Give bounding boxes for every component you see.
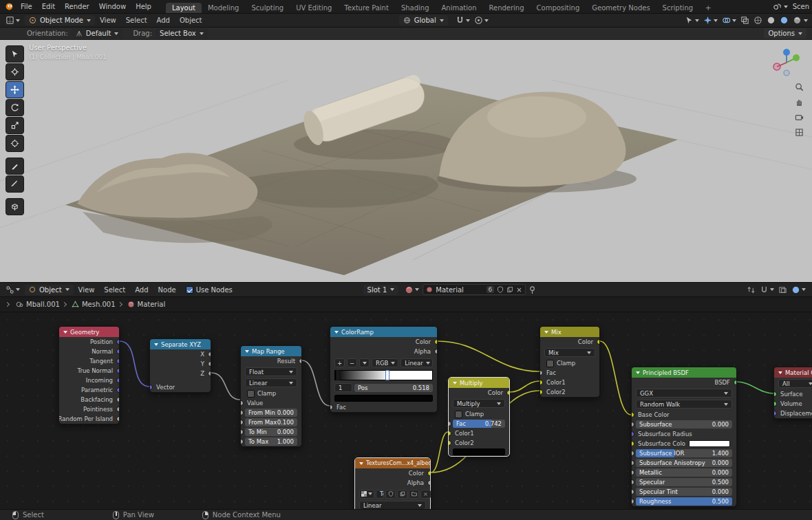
orientation-setting-dropdown[interactable]: Default [72, 28, 123, 39]
node-socket[interactable] [632, 470, 634, 475]
chevron-right-icon[interactable] [5, 302, 10, 307]
node-socket[interactable] [632, 441, 634, 446]
subsurface-ior-slider[interactable]: Subsurface IOR1.400 [636, 449, 732, 457]
menu-view[interactable]: View [74, 286, 100, 294]
snap-magnet-icon[interactable] [758, 284, 776, 295]
ramp-stop-active[interactable] [385, 370, 389, 380]
node-socket[interactable] [632, 460, 634, 466]
node-socket[interactable] [774, 411, 777, 416]
tool-annotate[interactable] [6, 158, 24, 175]
menu-add[interactable]: Add [130, 286, 153, 294]
node-socket[interactable] [774, 401, 777, 407]
scene-name[interactable]: Scen [788, 3, 812, 10]
tool-measure[interactable] [6, 175, 24, 193]
node-socket[interactable] [632, 412, 634, 418]
menu-render[interactable]: Render [60, 3, 94, 10]
output-target-dropdown[interactable]: All [778, 379, 812, 388]
editor-type-button[interactable] [3, 15, 22, 26]
data-type-dropdown[interactable]: Float [245, 367, 297, 376]
node-socket[interactable] [632, 489, 634, 495]
node-socket[interactable] [116, 387, 119, 393]
fac-slider[interactable]: Fac0.742 [453, 420, 505, 428]
transform-orientation-dropdown[interactable]: Global [399, 15, 448, 25]
clamp-checkbox[interactable] [546, 360, 554, 367]
camera-view-icon[interactable] [795, 113, 804, 122]
node-socket[interactable] [449, 431, 451, 436]
node-socket[interactable] [116, 407, 119, 412]
material-name[interactable]: Material [436, 286, 483, 294]
subsurface-method-dropdown[interactable]: Random Walk [636, 400, 732, 409]
menu-help[interactable]: Help [131, 3, 156, 10]
blend-mode-dropdown[interactable]: Multiply [453, 399, 505, 408]
ramp-interpolation-dropdown[interactable]: Linear [400, 358, 433, 367]
shader-type-dropdown[interactable]: Object [25, 285, 74, 295]
tab-geometry-nodes[interactable]: Geometry Nodes [586, 3, 656, 13]
distribution-dropdown[interactable]: GGX [636, 389, 732, 398]
blender-logo-icon[interactable] [3, 1, 16, 12]
subsurface-slider[interactable]: Subsurface0.000 [636, 420, 732, 429]
ramp-options-button[interactable] [359, 358, 370, 367]
shading-wireframe[interactable] [751, 15, 765, 26]
node-socket[interactable] [540, 370, 543, 376]
unlink-x-icon[interactable] [516, 287, 522, 293]
unlink-image-button[interactable] [420, 490, 431, 499]
menu-select[interactable]: Select [121, 17, 152, 24]
scene-icon[interactable] [771, 1, 784, 12]
clamp-checkbox[interactable] [455, 411, 462, 418]
mode-dropdown[interactable]: Object Mode [25, 15, 95, 25]
tab-shading[interactable]: Shading [395, 3, 436, 13]
node-socket[interactable] [299, 358, 301, 364]
node-socket[interactable] [734, 380, 736, 385]
parent-arrows-icon[interactable] [745, 284, 758, 295]
interpolation-dropdown[interactable]: Linear [245, 378, 297, 387]
zoom-icon[interactable] [795, 83, 804, 91]
tab-compositing[interactable]: Compositing [531, 3, 586, 13]
from-max-slider[interactable]: From Max0.100 [245, 418, 297, 426]
tab-rendering[interactable]: Rendering [482, 3, 530, 13]
tool-scale[interactable] [6, 117, 24, 134]
tool-move[interactable] [6, 81, 24, 98]
tab-scripting[interactable]: Scripting [656, 3, 699, 13]
metallic-slider[interactable]: Metallic0.000 [636, 468, 732, 477]
node-socket[interactable] [116, 416, 119, 422]
node-socket[interactable] [427, 480, 430, 486]
navigation-gizmo[interactable] [771, 45, 802, 77]
breadcrumb-mesh[interactable]: Mesh.001 [79, 301, 118, 308]
node-socket[interactable] [150, 384, 153, 390]
proportional-editing-toggle[interactable] [472, 15, 491, 26]
node-principled-bsdf[interactable]: Principled BSDF BSDF GGX Random Walk Bas… [631, 367, 737, 507]
node-socket[interactable] [632, 422, 634, 427]
tab-modeling[interactable]: Modeling [202, 3, 246, 13]
node-socket[interactable] [632, 479, 634, 485]
color-mode-dropdown[interactable]: RGB [372, 358, 398, 367]
shading-material[interactable] [778, 15, 791, 26]
node-socket[interactable] [506, 390, 509, 396]
pin-icon[interactable] [526, 284, 539, 295]
menu-select[interactable]: Select [99, 286, 130, 294]
overlays-toggle[interactable] [720, 15, 738, 26]
options-dropdown[interactable]: Options [764, 28, 806, 39]
node-multiply[interactable]: Multiply Color Multiply Clamp Fac0.742 C… [448, 377, 510, 457]
xray-toggle[interactable] [738, 15, 751, 26]
tool-add-cube[interactable] [6, 198, 24, 215]
slot-dropdown[interactable]: Slot 1 [363, 285, 399, 295]
subsurface-color-swatch[interactable] [689, 440, 730, 447]
node-socket[interactable] [116, 339, 119, 345]
tab-layout[interactable]: Layout [166, 3, 202, 13]
node-socket[interactable] [116, 368, 119, 373]
material-name-field[interactable]: Material 6 [423, 284, 526, 295]
node-color-ramp[interactable]: ColorRamp Color Alpha + − RGB Linear 1 P… [330, 326, 438, 413]
node-socket[interactable] [116, 358, 119, 364]
use-nodes-checkbox[interactable]: Use Nodes [184, 284, 235, 295]
node-separate-xyz[interactable]: Separate XYZ X Y Z Vector [149, 338, 211, 393]
node-socket[interactable] [116, 378, 119, 383]
breadcrumb-object[interactable]: Mball.001 [23, 301, 63, 308]
node-socket[interactable] [449, 421, 451, 426]
node-geometry[interactable]: Geometry Position Normal Tangent True No… [58, 326, 120, 424]
node-socket[interactable] [208, 371, 211, 376]
color2-swatch[interactable] [453, 448, 505, 455]
tab-animation[interactable]: Animation [436, 3, 483, 13]
open-image-button[interactable] [409, 490, 419, 499]
from-min-slider[interactable]: From Min0.000 [245, 409, 297, 417]
texture-interpolation-dropdown[interactable]: Linear [359, 501, 426, 509]
